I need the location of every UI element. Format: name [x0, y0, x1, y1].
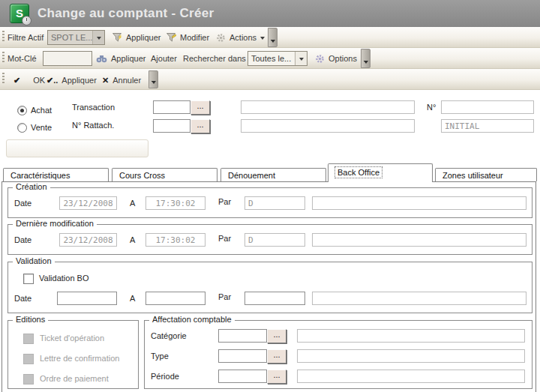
modification-by-label: Par: [218, 234, 231, 243]
type-label: Type: [151, 352, 169, 361]
lettre-confirmation-label: Lettre de confirmation: [40, 354, 119, 363]
filter-combo[interactable]: SPOT LE...: [47, 30, 105, 45]
creation-date-label: Date: [14, 199, 32, 208]
transaction-input[interactable]: [153, 100, 190, 114]
filter-modify-button[interactable]: Modifier: [166, 29, 209, 46]
rattach-label: N° Rattach.: [72, 121, 114, 130]
creation-group: Création Date 23/12/2008 A 17:30:02 Par …: [8, 187, 532, 218]
categorie-input[interactable]: [218, 329, 267, 343]
search-scope-combo[interactable]: Toutes le...: [248, 51, 308, 66]
sell-radio[interactable]: [17, 123, 27, 133]
add-label: Ajouter: [151, 54, 177, 63]
actions-menu-label: Actions: [230, 33, 256, 42]
creation-time-field: 17:30:02: [146, 196, 206, 210]
toolbar-grip[interactable]: [2, 73, 4, 85]
categorie-name-field: [297, 329, 525, 343]
validation-legend: Validation: [13, 256, 55, 265]
validation-at-label: A: [130, 294, 135, 303]
transaction-browse-button[interactable]: ...: [190, 100, 210, 115]
actions-menu-button[interactable]: Actions: [216, 29, 265, 46]
modification-at-label: A: [130, 235, 135, 244]
filter-combo-value: SPOT LE...: [48, 33, 92, 42]
validation-bo-checkbox[interactable]: [23, 274, 34, 284]
modification-date-label: Date: [14, 235, 32, 244]
filter-label: Filtre Actif: [8, 33, 44, 42]
categorie-browse-button[interactable]: ...: [267, 329, 286, 343]
binoculars-icon: [96, 55, 107, 63]
creation-by-field: D: [244, 196, 305, 210]
filter-modify-icon: [166, 33, 176, 42]
filter-apply-label: Appliquer: [126, 33, 160, 42]
periode-label: Période: [151, 372, 179, 381]
categorie-label: Catégorie: [151, 331, 187, 340]
search-apply-label: Appliquer: [111, 54, 146, 63]
validation-date-field[interactable]: [57, 292, 117, 305]
type-browse-button[interactable]: ...: [267, 349, 286, 364]
clock-icon: [22, 16, 32, 25]
editions-legend: Editions: [13, 315, 48, 324]
sell-radio-label[interactable]: Vente: [31, 123, 52, 132]
filter-apply-button[interactable]: Appliquer: [112, 29, 160, 46]
toolbar-overflow-button[interactable]: [268, 28, 278, 47]
ok-button[interactable]: ✔ OK: [14, 72, 45, 88]
validation-by-field[interactable]: [244, 292, 305, 305]
modification-by-field: D: [244, 233, 305, 247]
filter-apply-icon: [112, 33, 122, 42]
tab-caracteristiques[interactable]: Caractéristiques: [3, 168, 109, 181]
keyword-label: Mot-Clé: [8, 54, 37, 63]
transaction-label: Transaction: [72, 103, 115, 112]
search-apply-button[interactable]: Appliquer: [96, 50, 146, 67]
tab-zones-utilisateur[interactable]: Zones utilisateur: [435, 168, 537, 181]
title-bar: S Change au comptant - Créer: [0, 0, 540, 28]
number-field: [441, 100, 534, 114]
ok-label: OK: [33, 76, 45, 85]
affectation-legend: Affectation comptable: [149, 315, 235, 324]
toolbar-grip[interactable]: [2, 31, 4, 43]
close-icon: ✕: [102, 76, 109, 85]
status-field: INITIAL: [441, 119, 534, 133]
check-dots-icon: ✔..: [46, 76, 58, 85]
tab-back-office[interactable]: Back Office: [328, 163, 433, 182]
tab-denouement[interactable]: Dénouement: [220, 168, 326, 181]
periode-input[interactable]: [218, 370, 267, 383]
rattach-name-field: [241, 119, 415, 133]
toolbar-grip[interactable]: [2, 52, 4, 64]
validation-bo-label[interactable]: Validation BO: [39, 274, 88, 283]
rattach-browse-button[interactable]: ...: [190, 119, 210, 133]
type-name-field: [297, 349, 525, 363]
buy-radio[interactable]: [17, 106, 27, 115]
check-icon: ✔: [14, 76, 20, 85]
modification-group: Dernière modification Date 23/12/2008 A …: [8, 224, 532, 255]
affectation-group: Affectation comptable Catégorie ... Type…: [144, 320, 532, 389]
transaction-name-field: [241, 100, 415, 114]
tab-cours-cross[interactable]: Cours Cross: [112, 168, 218, 181]
actions-toolbar-band: [6, 139, 148, 157]
keyword-input[interactable]: [43, 51, 92, 66]
periode-browse-button[interactable]: ...: [267, 370, 286, 384]
options-menu-button[interactable]: Options: [315, 50, 365, 67]
apply-button[interactable]: ✔.. Appliquer: [46, 72, 97, 88]
toolbar-overflow-button[interactable]: [148, 70, 158, 88]
window-title: Change au comptant - Créer: [38, 0, 214, 27]
add-button[interactable]: Ajouter: [151, 50, 177, 67]
cancel-button[interactable]: ✕ Annuler: [102, 72, 141, 88]
validation-time-field[interactable]: [146, 292, 206, 305]
lettre-confirmation-checkbox: [23, 354, 34, 364]
chevron-down-icon: [260, 37, 265, 42]
type-input[interactable]: [218, 349, 267, 363]
search-in-label: Rechercher dans: [183, 54, 246, 63]
chevron-down-icon[interactable]: [92, 31, 104, 44]
rattach-input[interactable]: [153, 119, 190, 133]
toolbar-overflow-button[interactable]: [361, 49, 370, 68]
creation-legend: Création: [13, 182, 50, 191]
apply-label: Appliquer: [62, 76, 96, 85]
validation-by-label: Par: [218, 292, 231, 301]
chevron-down-icon[interactable]: [295, 52, 307, 65]
number-label: N°: [427, 103, 436, 112]
buy-radio-label[interactable]: Achat: [31, 106, 52, 115]
validation-by-name-field: [312, 292, 526, 305]
filter-modify-label: Modifier: [180, 33, 209, 42]
gear-icon: [216, 33, 226, 43]
creation-date-field: 23/12/2008: [59, 196, 117, 210]
toolbar-filter: Filtre Actif SPOT LE... Appliquer Modifi…: [0, 27, 540, 48]
